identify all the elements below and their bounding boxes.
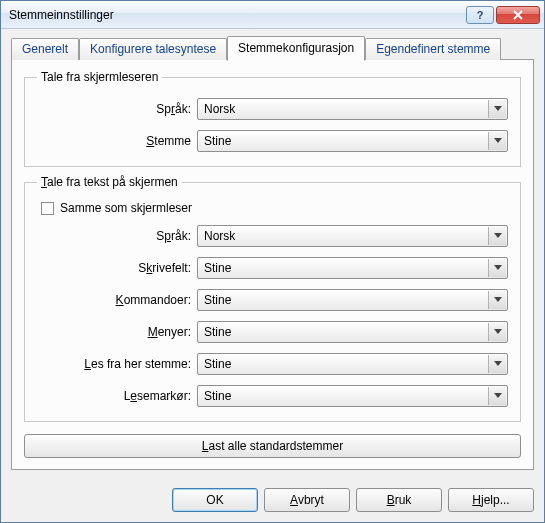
chevron-down-icon [488,323,506,341]
label-lesemarkor: Lesemarkør: [37,389,197,403]
tab-page: Tale fra skjermleseren Språk: Norsk Stem… [11,59,534,470]
label-kommandoer: Kommandoer: [37,293,197,307]
group-screenreader-legend: Tale fra skjermleseren [37,70,162,84]
combo-kommandoer-value: Stine [204,293,231,307]
combo-menyer-value: Stine [204,325,231,339]
chevron-down-icon [488,227,506,245]
group-screenreader-speech: Tale fra skjermleseren Språk: Norsk Stem… [24,70,521,167]
checkbox-same-as-reader[interactable] [41,202,54,215]
chevron-down-icon [488,259,506,277]
row-same-as-reader: Samme som skjermleser [41,201,508,215]
title-bar: Stemmeinnstillinger ? [1,1,544,29]
combo-stemme-1[interactable]: Stine [197,130,508,152]
combo-stemme-1-value: Stine [204,134,231,148]
chevron-down-icon [488,387,506,405]
row-skrivefelt: Skrivefelt: Stine [37,257,508,279]
label-skrivefelt: Skrivefelt: [37,261,197,275]
help-dialog-button[interactable]: Hjelp... [448,488,534,512]
combo-sprak-2-value: Norsk [204,229,235,243]
tab-egendefinert-stemme[interactable]: Egendefinert stemme [365,38,501,60]
chevron-down-icon [488,132,506,150]
label-menyer: Menyer: [37,325,197,339]
close-icon [513,10,523,20]
combo-sprak-1-value: Norsk [204,102,235,116]
row-sprak-2: Språk: Norsk [37,225,508,247]
dialog-footer: OK Avbryt Bruk Hjelp... [1,480,544,522]
window-title: Stemmeinnstillinger [9,8,464,22]
row-menyer: Menyer: Stine [37,321,508,343]
combo-les-fra-her-value: Stine [204,357,231,371]
row-lesemarkor: Lesemarkør: Stine [37,385,508,407]
combo-kommandoer[interactable]: Stine [197,289,508,311]
chevron-down-icon [488,100,506,118]
combo-les-fra-her[interactable]: Stine [197,353,508,375]
tab-strip: Generelt Konfigurere talesyntese Stemmek… [11,36,534,60]
chevron-down-icon [488,291,506,309]
chevron-down-icon [488,355,506,373]
combo-menyer[interactable]: Stine [197,321,508,343]
label-stemme-1: Stemme [37,134,197,148]
dialog-body: Generelt Konfigurere talesyntese Stemmek… [1,29,544,480]
row-stemme-1: Stemme Stine [37,130,508,152]
label-sprak-2: Språk: [37,229,197,243]
tab-konfigurere-talesyntese[interactable]: Konfigurere talesyntese [79,38,227,60]
close-button[interactable] [496,6,540,24]
tab-generelt[interactable]: Generelt [11,38,79,60]
apply-button[interactable]: Bruk [356,488,442,512]
label-same-as-reader: Samme som skjermleser [60,201,192,215]
row-kommandoer: Kommandoer: Stine [37,289,508,311]
tab-stemmekonfigurasjon[interactable]: Stemmekonfigurasjon [227,36,365,61]
combo-lesemarkor-value: Stine [204,389,231,403]
load-all-default-voices-button[interactable]: Last alle standardstemmer [24,434,521,458]
combo-skrivefelt[interactable]: Stine [197,257,508,279]
help-button[interactable]: ? [466,6,494,24]
group-screen-text-legend: Tale fra tekst på skjermen [37,175,182,189]
combo-skrivefelt-value: Stine [204,261,231,275]
label-les-fra-her: Les fra her stemme: [37,357,197,371]
combo-sprak-2[interactable]: Norsk [197,225,508,247]
dialog-window: Stemmeinnstillinger ? Generelt Konfigure… [0,0,545,523]
label-sprak-1: Språk: [37,102,197,116]
combo-lesemarkor[interactable]: Stine [197,385,508,407]
row-sprak-1: Språk: Norsk [37,98,508,120]
combo-sprak-1[interactable]: Norsk [197,98,508,120]
ok-button[interactable]: OK [172,488,258,512]
row-les-fra-her: Les fra her stemme: Stine [37,353,508,375]
group-screen-text-speech: Tale fra tekst på skjermen Samme som skj… [24,175,521,422]
cancel-button[interactable]: Avbryt [264,488,350,512]
